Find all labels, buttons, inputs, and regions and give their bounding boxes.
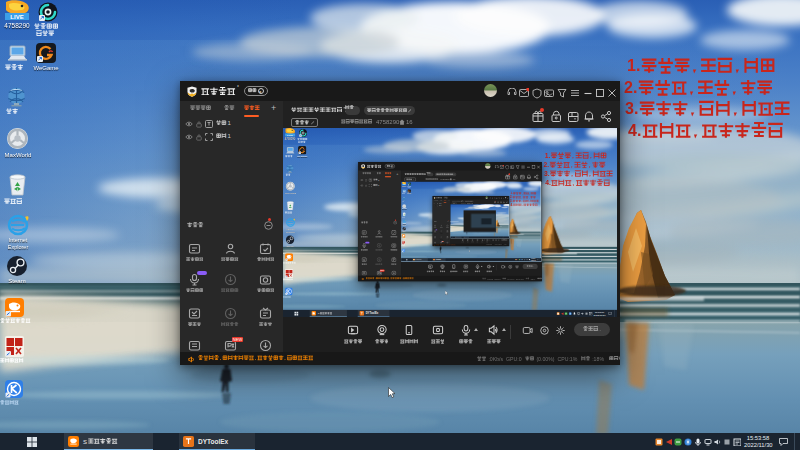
svg-text:LIVE: LIVE (10, 14, 23, 20)
